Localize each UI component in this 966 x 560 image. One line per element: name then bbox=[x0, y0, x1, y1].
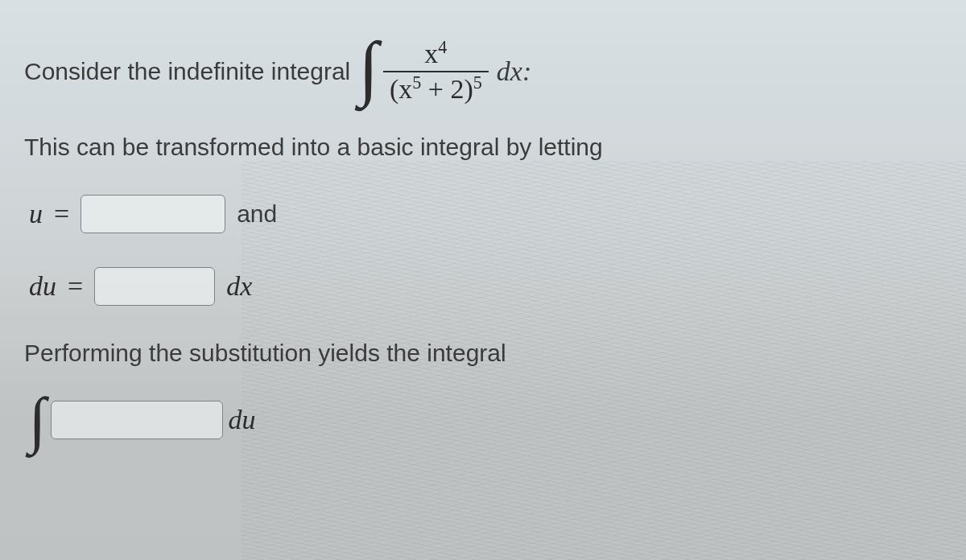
intro-line: Consider the indefinite integral ∫ x4 (x… bbox=[24, 39, 942, 105]
question-body: Consider the indefinite integral ∫ x4 (x… bbox=[0, 0, 966, 560]
u-equation-row: u = and bbox=[29, 195, 942, 233]
equals-sign: = bbox=[54, 199, 69, 229]
substitution-sentence: Performing the substitution yields the i… bbox=[24, 340, 942, 367]
du-variable: du bbox=[29, 271, 56, 302]
and-label: and bbox=[237, 200, 277, 228]
fraction-numerator: x4 bbox=[418, 39, 453, 69]
du-label: du bbox=[228, 405, 255, 435]
du-equation-row: du = dx bbox=[29, 267, 942, 306]
dx-colon: dx: bbox=[497, 56, 531, 87]
integral-sign-icon-2: ∫ bbox=[29, 401, 46, 439]
equals-sign-2: = bbox=[68, 271, 83, 302]
integrand-input[interactable] bbox=[51, 401, 223, 439]
integral-sign-icon: ∫ bbox=[358, 42, 378, 93]
integral-expression: ∫ x4 (x5 + 2)5 bbox=[358, 39, 489, 105]
du-input[interactable] bbox=[94, 267, 215, 306]
fraction-denominator: (x5 + 2)5 bbox=[383, 74, 489, 105]
fraction: x4 (x5 + 2)5 bbox=[383, 39, 489, 105]
result-integral-row: ∫ du bbox=[29, 401, 942, 439]
intro-text: Consider the indefinite integral bbox=[24, 58, 350, 85]
transform-sentence: This can be transformed into a basic int… bbox=[24, 134, 942, 161]
dx-label: dx bbox=[226, 271, 252, 302]
u-variable: u bbox=[29, 199, 43, 229]
u-input[interactable] bbox=[80, 195, 225, 233]
